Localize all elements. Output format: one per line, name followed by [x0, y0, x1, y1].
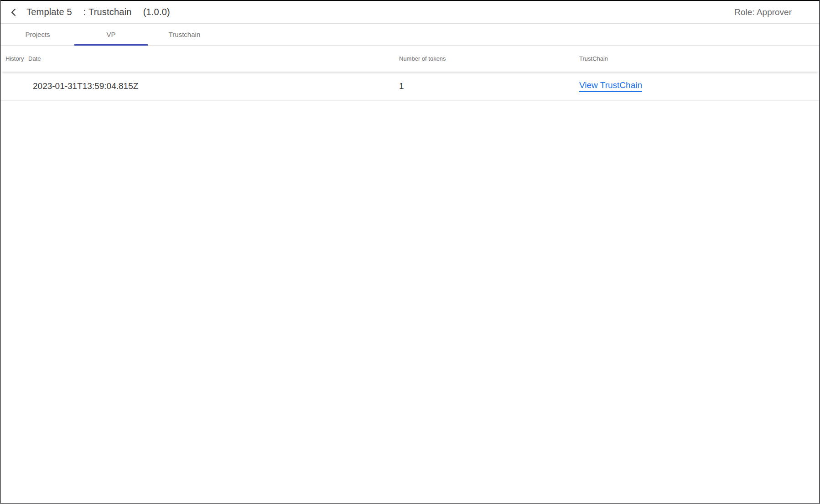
tab-vp[interactable]: VP — [74, 24, 148, 45]
view-trustchain-link[interactable]: View TrustChain — [579, 80, 642, 92]
cell-date: 2023-01-31T13:59:04.815Z — [28, 81, 399, 91]
policy-subtitle: : Trustchain — [83, 7, 132, 17]
tab-projects-label: Projects — [25, 31, 50, 38]
role-label: Role: Approver — [734, 7, 792, 17]
cell-number-of-tokens: 1 — [399, 81, 579, 91]
empty-content-area — [1, 101, 819, 503]
column-header-number-of-tokens: Number of tokens — [399, 55, 579, 62]
back-chevron-icon — [10, 8, 17, 16]
tab-trustchain[interactable]: Trustchain — [148, 24, 221, 45]
app-window: Template 5 : Trustchain (1.0.0) Role: Ap… — [0, 0, 820, 504]
tab-bar: Projects VP Trustchain — [1, 24, 819, 46]
tab-trustchain-label: Trustchain — [169, 31, 200, 38]
column-header-history: History — [1, 55, 28, 62]
table-header-row: History Date Number of tokens TrustChain — [1, 46, 819, 72]
column-header-trustchain: TrustChain — [579, 55, 819, 62]
column-header-date: Date — [28, 55, 399, 62]
page-header: Template 5 : Trustchain (1.0.0) Role: Ap… — [1, 1, 819, 24]
policy-title: Template 5 — [26, 7, 72, 17]
tab-vp-label: VP — [106, 31, 115, 38]
back-button[interactable] — [5, 4, 22, 21]
policy-version: (1.0.0) — [143, 7, 170, 17]
tab-projects[interactable]: Projects — [1, 24, 74, 45]
cell-trustchain: View TrustChain — [579, 80, 819, 92]
table-row: 2023-01-31T13:59:04.815Z 1 View TrustCha… — [1, 72, 819, 101]
